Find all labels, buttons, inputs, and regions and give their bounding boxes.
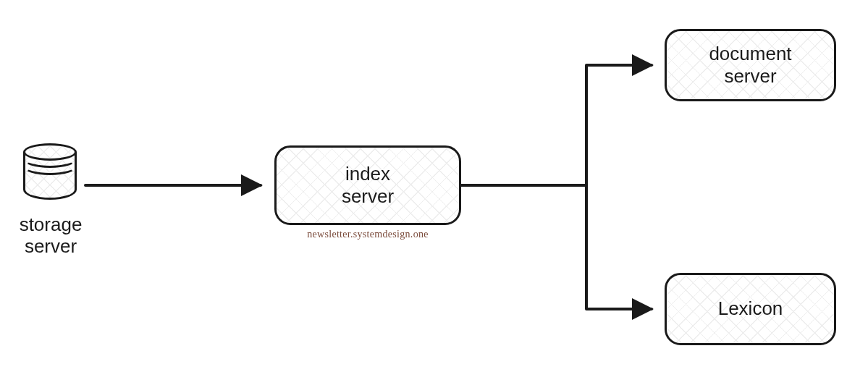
- edge-to-lexicon: [586, 185, 652, 309]
- watermark-text: newsletter.systemdesign.one: [274, 229, 461, 240]
- edge-to-document: [586, 65, 652, 185]
- diagram-canvas: { "nodes": { "storage": { "label": "stor…: [0, 0, 868, 372]
- node-lexicon: Lexicon: [665, 273, 836, 345]
- node-document-server: document server: [665, 29, 836, 101]
- node-index-server: index server: [274, 145, 461, 225]
- database-icon: [23, 143, 77, 208]
- node-storage-label: storage server: [0, 214, 101, 258]
